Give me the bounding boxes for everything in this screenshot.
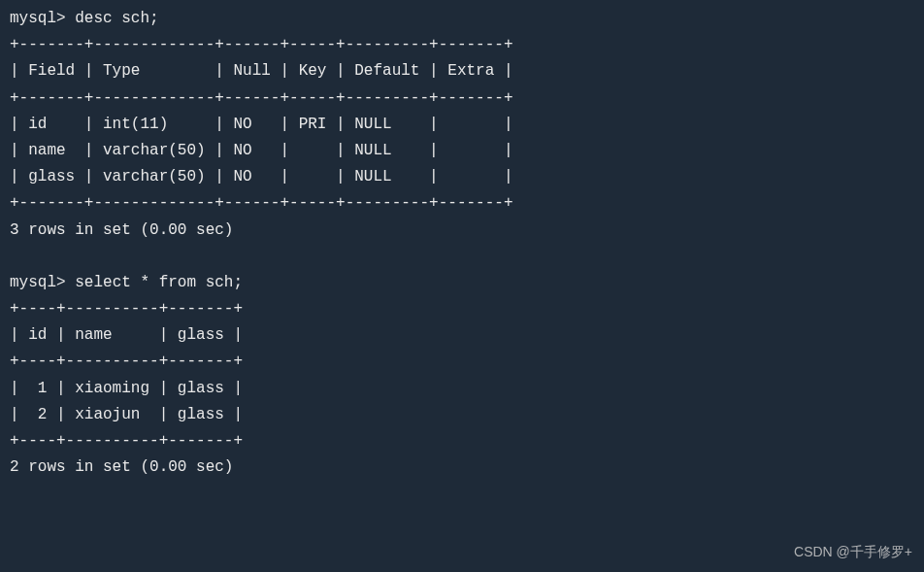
- blank-line: [10, 244, 914, 270]
- table2-footer: 2 rows in set (0.00 sec): [10, 454, 914, 481]
- mysql-prompt: mysql>: [10, 10, 66, 27]
- table1-row-2: | glass | varchar(50) | NO | | NULL | |: [10, 164, 914, 190]
- watermark: CSDN @千手修罗+: [794, 541, 912, 564]
- table1-footer: 3 rows in set (0.00 sec): [10, 218, 914, 244]
- prompt-line-1[interactable]: mysql> desc sch;: [10, 6, 914, 32]
- prompt-line-2[interactable]: mysql> select * from sch;: [10, 270, 914, 296]
- table2-sep-top: +----+----------+-------+: [10, 296, 914, 322]
- table1-row-0: | id | int(11) | NO | PRI | NULL | |: [10, 112, 914, 138]
- table1-header: | Field | Type | Null | Key | Default | …: [10, 58, 914, 84]
- table2-sep-bot: +----+----------+-------+: [10, 428, 914, 454]
- table2-row-0: | 1 | xiaoming | glass |: [10, 376, 914, 402]
- table1-row-1: | name | varchar(50) | NO | | NULL | |: [10, 138, 914, 164]
- table2-row-1: | 2 | xiaojun | glass |: [10, 402, 914, 428]
- table2-header: | id | name | glass |: [10, 322, 914, 349]
- mysql-prompt: mysql>: [10, 274, 66, 291]
- table1-sep-mid: +-------+-------------+------+-----+----…: [10, 85, 914, 112]
- command-text-1: desc sch;: [75, 10, 158, 27]
- command-text-2: select * from sch;: [75, 274, 243, 291]
- table2-sep-mid: +----+----------+-------+: [10, 349, 914, 375]
- table1-sep-top: +-------+-------------+------+-----+----…: [10, 32, 914, 58]
- table1-sep-bot: +-------+-------------+------+-----+----…: [10, 190, 914, 217]
